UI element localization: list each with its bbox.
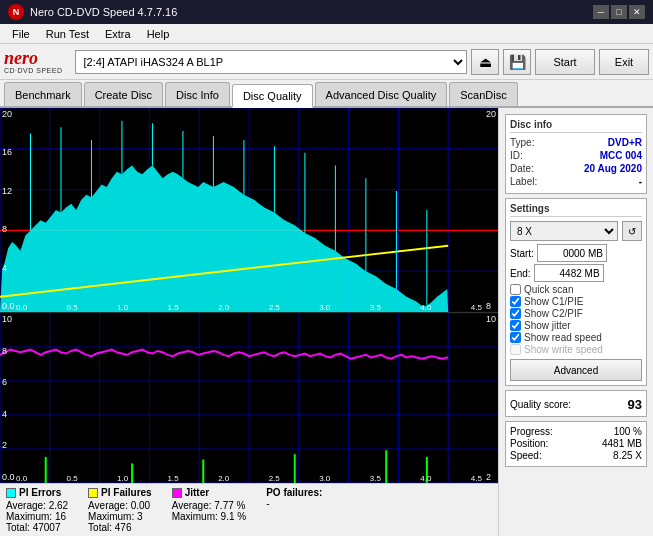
main-content: 20 16 12 8 4 0.0 20 8 0.0 0.5 1.0 1. (0, 108, 653, 536)
eject-button[interactable]: ⏏ (471, 49, 499, 75)
position-value: 4481 MB (602, 438, 642, 449)
show-read-checkbox[interactable] (510, 332, 521, 343)
menu-file[interactable]: File (4, 26, 38, 42)
position-row: Position: 4481 MB (510, 438, 642, 449)
disc-id-value: MCC 004 (600, 150, 642, 161)
disc-type-row: Type: DVD+R (510, 137, 642, 148)
start-row: Start: (510, 244, 642, 262)
lower-chart: 10 8 6 4 2 0.0 10 2 0.0 0.5 1.0 1.5 (0, 313, 498, 483)
show-c2-label: Show C2/PIF (524, 308, 583, 319)
chart-panel: 20 16 12 8 4 0.0 20 8 0.0 0.5 1.0 1. (0, 108, 498, 536)
jitter-legend: Jitter Average: 7.77 % Maximum: 9.1 % (172, 487, 246, 522)
minimize-button[interactable]: ─ (593, 5, 609, 19)
lower-chart-svg (0, 313, 498, 483)
disc-label-label: Label: (510, 176, 537, 187)
settings-refresh-btn[interactable]: ↺ (622, 221, 642, 241)
upper-chart-svg (0, 108, 498, 312)
show-c1-row: Show C1/PIE (510, 296, 642, 307)
close-button[interactable]: ✕ (629, 5, 645, 19)
pi-failures-max: Maximum: 3 (88, 511, 152, 522)
menu-run-test[interactable]: Run Test (38, 26, 97, 42)
advanced-button[interactable]: Advanced (510, 359, 642, 381)
progress-row: Progress: 100 % (510, 426, 642, 437)
show-c1-checkbox[interactable] (510, 296, 521, 307)
quick-scan-label: Quick scan (524, 284, 573, 295)
end-label: End: (510, 268, 531, 279)
disc-info-title: Disc info (510, 119, 642, 133)
show-read-label: Show read speed (524, 332, 602, 343)
start-input[interactable] (537, 244, 607, 262)
quality-score-row: Quality score: 93 (510, 397, 642, 412)
menu-extra[interactable]: Extra (97, 26, 139, 42)
speed-row-prog: Speed: 8.25 X (510, 450, 642, 461)
disc-type-value: DVD+R (608, 137, 642, 148)
tab-advanced-disc-quality[interactable]: Advanced Disc Quality (315, 82, 448, 106)
charts-container: 20 16 12 8 4 0.0 20 8 0.0 0.5 1.0 1. (0, 108, 498, 483)
show-c2-row: Show C2/PIF (510, 308, 642, 319)
disc-info-section: Disc info Type: DVD+R ID: MCC 004 Date: … (505, 114, 647, 194)
tab-disc-quality[interactable]: Disc Quality (232, 84, 313, 108)
settings-section: Settings 8 X ↺ Start: End: Quick scan (505, 198, 647, 386)
pi-errors-total: Total: 47007 (6, 522, 68, 533)
tab-benchmark[interactable]: Benchmark (4, 82, 82, 106)
legend-area: PI Errors Average: 2.62 Maximum: 16 Tota… (0, 483, 498, 536)
start-label: Start: (510, 248, 534, 259)
pi-failures-legend: PI Failures Average: 0.00 Maximum: 3 Tot… (88, 487, 152, 533)
pi-errors-max: Maximum: 16 (6, 511, 68, 522)
maximize-button[interactable]: □ (611, 5, 627, 19)
quick-scan-checkbox[interactable] (510, 284, 521, 295)
title-bar-left: N Nero CD-DVD Speed 4.7.7.16 (8, 4, 177, 20)
show-jitter-checkbox[interactable] (510, 320, 521, 331)
app-icon: N (8, 4, 24, 20)
start-button[interactable]: Start (535, 49, 595, 75)
tabs: Benchmark Create Disc Disc Info Disc Qua… (0, 80, 653, 108)
disc-date-label: Date: (510, 163, 534, 174)
disc-label-value: - (639, 176, 642, 187)
pi-failures-avg: Average: 0.00 (88, 500, 152, 511)
disc-date-row: Date: 20 Aug 2020 (510, 163, 642, 174)
show-write-row: Show write speed (510, 344, 642, 355)
show-write-checkbox (510, 344, 521, 355)
pi-errors-color (6, 488, 16, 498)
show-read-row: Show read speed (510, 332, 642, 343)
jitter-title: Jitter (185, 487, 209, 498)
pi-failures-total: Total: 476 (88, 522, 152, 533)
save-button[interactable]: 💾 (503, 49, 531, 75)
po-failures-label: PO failures: (266, 487, 322, 498)
progress-section: Progress: 100 % Position: 4481 MB Speed:… (505, 421, 647, 467)
disc-id-label: ID: (510, 150, 523, 161)
po-failures-value: - (266, 498, 322, 509)
position-label: Position: (510, 438, 548, 449)
menu-bar: File Run Test Extra Help (0, 24, 653, 44)
nero-logo: nero CD·DVD SPEED (4, 49, 63, 74)
drive-select[interactable]: [2:4] ATAPI iHAS324 A BL1P (75, 50, 467, 74)
end-row: End: (510, 264, 642, 282)
tab-create-disc[interactable]: Create Disc (84, 82, 163, 106)
tab-scan-disc[interactable]: ScanDisc (449, 82, 517, 106)
end-input[interactable] (534, 264, 604, 282)
disc-label-row: Label: - (510, 176, 642, 187)
jitter-color (172, 488, 182, 498)
quick-scan-row: Quick scan (510, 284, 642, 295)
disc-type-label: Type: (510, 137, 534, 148)
show-jitter-row: Show jitter (510, 320, 642, 331)
pi-errors-title: PI Errors (19, 487, 61, 498)
show-c2-checkbox[interactable] (510, 308, 521, 319)
nero-logo-subtext: CD·DVD SPEED (4, 67, 63, 74)
pi-failures-title: PI Failures (101, 487, 152, 498)
show-write-label: Show write speed (524, 344, 603, 355)
speed-value: 8.25 X (613, 450, 642, 461)
exit-button[interactable]: Exit (599, 49, 649, 75)
disc-date-value: 20 Aug 2020 (584, 163, 642, 174)
speed-row: 8 X ↺ (510, 221, 642, 241)
title-bar-controls: ─ □ ✕ (593, 5, 645, 19)
menu-help[interactable]: Help (139, 26, 178, 42)
title-bar: N Nero CD-DVD Speed 4.7.7.16 ─ □ ✕ (0, 0, 653, 24)
toolbar: nero CD·DVD SPEED [2:4] ATAPI iHAS324 A … (0, 44, 653, 80)
progress-label: Progress: (510, 426, 553, 437)
tab-disc-info[interactable]: Disc Info (165, 82, 230, 106)
po-failures-legend: PO failures: - (266, 487, 322, 511)
title-bar-text: Nero CD-DVD Speed 4.7.7.16 (30, 6, 177, 18)
quality-score-value: 93 (628, 397, 642, 412)
speed-select[interactable]: 8 X (510, 221, 618, 241)
